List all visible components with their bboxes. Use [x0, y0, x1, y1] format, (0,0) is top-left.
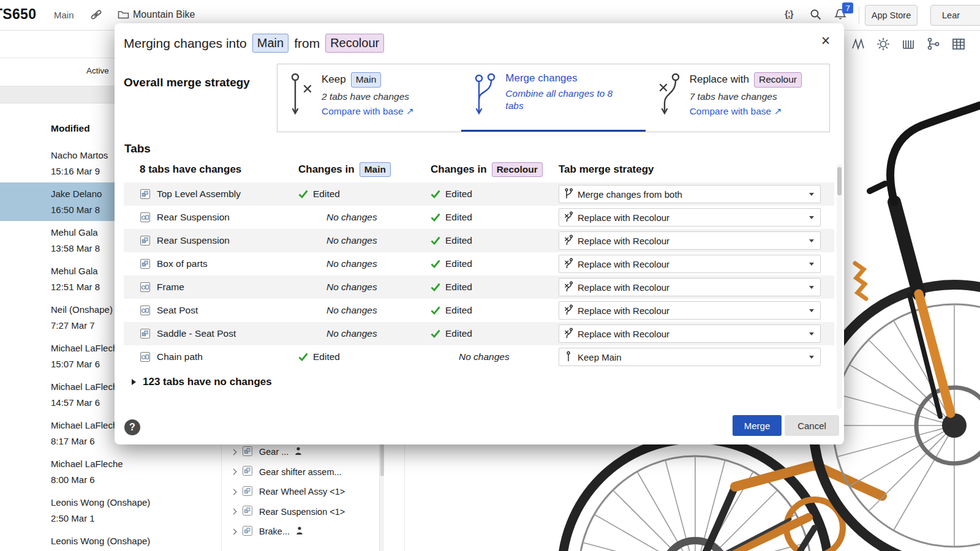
notification-badge: 7 — [842, 2, 853, 13]
assembly-tab-icon — [242, 505, 253, 518]
changes-recolour-cell: No changes — [427, 351, 559, 362]
edited-check-icon — [431, 283, 440, 291]
dialog-scrollbar[interactable] — [837, 164, 842, 409]
history-entry[interactable]: Leonis Wong (Onshape) — [0, 530, 221, 551]
tab-merge-strategy-dropdown[interactable]: Replace with Recolour — [559, 208, 821, 227]
hierarchy-icon[interactable] — [925, 36, 941, 52]
assembly-tab-icon — [242, 525, 253, 538]
table-body: Top Level Assembly Edited Edited — [124, 182, 834, 369]
merge-button[interactable]: Merge — [733, 415, 782, 436]
table-row: Box of parts No changes Edited — [124, 252, 834, 276]
history-entry[interactable]: Leonis Wong (Onshape) 2:50 Mar 1 — [0, 491, 221, 530]
table-header-row: 8 tabs have changes Changes in Main Chan… — [124, 157, 834, 182]
spring-icon[interactable] — [850, 36, 866, 52]
entry-time: 8:00 Mar 6 — [51, 472, 215, 488]
tree-scrollbar[interactable] — [379, 429, 384, 551]
strategy-mini-icon — [564, 281, 573, 293]
no-changes-collapse-row[interactable]: 123 tabs have no changes — [132, 369, 844, 395]
tree-item[interactable]: Brake... — [224, 522, 377, 542]
tab-merge-strategy-dropdown[interactable]: Replace with Recolour — [559, 324, 821, 343]
tab-merge-strategy-dropdown[interactable]: Replace with Recolour — [559, 231, 821, 250]
header-tabs-count: 8 tabs have changes — [124, 163, 294, 176]
entry-name: Leonis Wong (Onshape) — [51, 533, 215, 549]
assembly-tab-icon — [242, 485, 253, 498]
featurescript-icon[interactable]: {;} — [785, 9, 793, 19]
tab-name: Rear Suspension — [157, 212, 230, 223]
tree-item-label: Rear Suspension <1> — [259, 507, 345, 517]
changes-recolour-cell: Edited — [427, 235, 559, 246]
chevron-down-icon — [809, 286, 814, 289]
grid-icon[interactable] — [951, 36, 967, 52]
target-branch-badge: Main — [252, 34, 288, 53]
tree-item-label: Brake... — [259, 527, 290, 536]
changes-main-cell: No changes — [294, 328, 427, 339]
tab-name: Frame — [157, 282, 184, 293]
compare-with-base-link[interactable]: Compare with base ↗ — [322, 106, 414, 117]
edited-check-icon — [431, 213, 440, 222]
tab-type-icon — [140, 235, 151, 246]
gear-icon[interactable] — [875, 36, 891, 52]
comb-icon[interactable] — [900, 36, 916, 52]
search-icon[interactable] — [810, 9, 822, 23]
collaborator-person-icon — [296, 527, 303, 536]
active-label: Active — [86, 66, 109, 75]
breadcrumb-folder[interactable]: Mountain Bike — [133, 9, 195, 20]
chevron-right-icon[interactable] — [231, 528, 237, 534]
tab-name: Seat Post — [157, 305, 198, 316]
tabs-heading: Tabs — [124, 142, 844, 156]
changes-recolour-cell: Edited — [427, 328, 559, 339]
compare-with-base-link[interactable]: Compare with base ↗ — [690, 106, 802, 117]
link-icon[interactable] — [90, 9, 102, 23]
title-prefix: Merging changes into — [124, 36, 247, 51]
learning-center-button[interactable]: Lear — [930, 5, 980, 26]
tree-item[interactable]: Rear Wheel Assy <1> — [224, 482, 377, 502]
tab-merge-strategy-dropdown[interactable]: Replace with Recolour — [559, 301, 821, 320]
tab-type-icon — [140, 351, 151, 362]
tree-item-label: Gear shifter assem... — [259, 467, 342, 477]
dialog-scrollbar-thumb[interactable] — [837, 167, 842, 195]
tab-merge-strategy-dropdown[interactable]: Keep Main — [559, 348, 821, 366]
tree-item[interactable]: Gear ... — [224, 442, 377, 462]
dialog-title: Merging changes into Main from Recolour — [124, 34, 832, 53]
chevron-right-icon[interactable] — [231, 449, 237, 455]
edited-check-icon — [298, 190, 308, 198]
tab-merge-strategy-dropdown[interactable]: Replace with Recolour — [559, 255, 821, 273]
strategy-keep-main[interactable]: Keep Main 2 tabs have changes Compare wi… — [277, 64, 461, 132]
chevron-right-icon[interactable] — [231, 469, 237, 475]
entry-name: Michael LaFleche — [51, 456, 215, 472]
table-row: Frame No changes Edited — [124, 276, 834, 299]
overall-strategy-section: Overall merge strategy Keep Main 2 tabs … — [115, 64, 844, 132]
table-row: Saddle - Seat Post No changes Edited — [124, 322, 834, 345]
app-store-button[interactable]: App Store — [865, 5, 918, 26]
strategy-cards: Keep Main 2 tabs have changes Compare wi… — [277, 64, 830, 132]
changes-main-cell: Edited — [294, 351, 427, 362]
strategy-replace-with-recolour[interactable]: Replace with Recolour 7 tabs have change… — [646, 64, 829, 132]
entry-time: 2:50 Mar 1 — [51, 511, 215, 527]
table-row: Rear Suspension No changes Edited — [124, 206, 834, 229]
assembly-tree-panel: Gear ... Gear shifter assem... Rear Whee… — [224, 429, 377, 551]
tab-type-icon — [140, 282, 151, 293]
changes-recolour-cell: Edited — [427, 282, 559, 293]
assembly-tab-icon — [242, 446, 253, 459]
tab-name: Box of parts — [157, 258, 208, 269]
chevron-right-icon[interactable] — [231, 489, 237, 495]
cancel-button[interactable]: Cancel — [785, 415, 839, 436]
history-entry[interactable]: Michael LaFleche 8:00 Mar 6 — [0, 452, 221, 491]
strategy-mini-icon — [564, 234, 573, 247]
tree-item[interactable]: Rear Suspension <1> — [224, 502, 377, 522]
help-icon[interactable]: ? — [124, 419, 140, 435]
changes-recolour-cell: Edited — [427, 305, 559, 316]
dialog-footer: ? Merge Cancel — [115, 409, 844, 444]
chevron-right-icon[interactable] — [231, 509, 237, 515]
tab-merge-strategy-dropdown[interactable]: Merge changes from both — [559, 185, 821, 203]
changes-recolour-cell: Edited — [427, 189, 559, 200]
header-strategy: Tab merge strategy — [559, 163, 834, 176]
option-label: Merge changes — [505, 72, 577, 84]
header-changes-main: Changes in Main — [294, 162, 427, 178]
dialog-header: Merging changes into Main from Recolour … — [115, 23, 844, 59]
strategy-merge-changes[interactable]: Merge changes Combine all changes to 8 t… — [461, 64, 645, 132]
collaborator-person-icon — [295, 447, 302, 457]
tab-merge-strategy-dropdown[interactable]: Replace with Recolour — [559, 278, 821, 296]
close-icon[interactable]: × — [816, 31, 835, 51]
tree-item[interactable]: Gear shifter assem... — [224, 462, 377, 482]
